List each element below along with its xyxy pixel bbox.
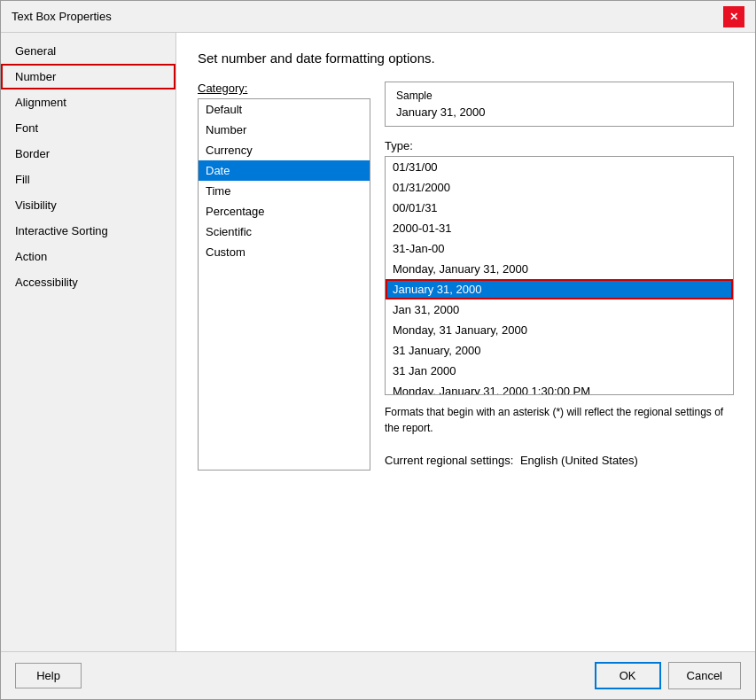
right-panel: Sample January 31, 2000 Type: 01/31/00 0… <box>385 82 734 471</box>
category-item-scientific[interactable]: Scientific <box>199 222 370 242</box>
main-title: Set number and date formatting options. <box>198 51 734 66</box>
sidebar-item-interactive-sorting[interactable]: Interactive Sorting <box>1 218 175 244</box>
type-item-monday-datetime[interactable]: Monday, January 31, 2000 1:30:00 PM <box>386 381 733 394</box>
type-item-monday-long[interactable]: Monday, January 31, 2000 <box>386 259 733 279</box>
category-label: Category: <box>198 82 370 95</box>
dialog-title: Text Box Properties <box>12 10 112 23</box>
sidebar-item-fill[interactable]: Fill <box>1 167 175 192</box>
text-box-properties-dialog: Text Box Properties ✕ General Number Ali… <box>0 0 756 700</box>
category-item-time[interactable]: Time <box>199 181 370 201</box>
category-item-date[interactable]: Date <box>199 160 370 181</box>
type-item-01-31-00[interactable]: 01/31/00 <box>386 157 733 177</box>
regional-value: English (United States) <box>520 454 638 467</box>
type-label: Type: <box>385 139 734 152</box>
sidebar-item-font[interactable]: Font <box>1 115 175 141</box>
footer-right: OK Cancel <box>595 662 741 689</box>
category-item-custom[interactable]: Custom <box>199 242 370 262</box>
type-item-31-january-2000[interactable]: 31 January, 2000 <box>386 340 733 361</box>
dialog-body: General Number Alignment Font Border Fil… <box>1 33 755 651</box>
ok-button[interactable]: OK <box>595 662 661 689</box>
sidebar: General Number Alignment Font Border Fil… <box>1 33 176 651</box>
content-area: Category: Default Number Currency Date T… <box>198 82 734 471</box>
type-item-2000-01-31[interactable]: 2000-01-31 <box>386 218 733 238</box>
type-item-jan-31-2000[interactable]: Jan 31, 2000 <box>386 299 733 320</box>
sidebar-item-action[interactable]: Action <box>1 244 175 269</box>
category-panel: Category: Default Number Currency Date T… <box>198 82 370 471</box>
sample-box: Sample January 31, 2000 <box>385 82 734 127</box>
regional-label: Current regional settings: <box>385 454 513 467</box>
cancel-button[interactable]: Cancel <box>668 662 741 689</box>
sidebar-item-visibility[interactable]: Visibility <box>1 192 175 218</box>
sidebar-item-number[interactable]: Number <box>1 64 175 89</box>
category-item-currency[interactable]: Currency <box>199 140 370 160</box>
type-item-01-31-2000[interactable]: 01/31/2000 <box>386 177 733 198</box>
sidebar-item-border[interactable]: Border <box>1 141 175 167</box>
sidebar-item-alignment[interactable]: Alignment <box>1 89 175 115</box>
regional-settings: Current regional settings: English (Unit… <box>385 454 734 467</box>
type-item-monday-31-january-2000[interactable]: Monday, 31 January, 2000 <box>386 320 733 340</box>
type-list[interactable]: 01/31/00 01/31/2000 00/01/31 2000-01-31 … <box>386 157 733 394</box>
dialog-footer: Help OK Cancel <box>1 651 755 699</box>
main-content: Set number and date formatting options. … <box>176 33 755 651</box>
sample-label: Sample <box>396 89 722 102</box>
sidebar-item-accessibility[interactable]: Accessibility <box>1 269 175 295</box>
help-button[interactable]: Help <box>15 663 82 688</box>
type-list-container: 01/31/00 01/31/2000 00/01/31 2000-01-31 … <box>385 156 734 395</box>
close-button[interactable]: ✕ <box>723 6 744 27</box>
type-item-31-jan-2000[interactable]: 31 Jan 2000 <box>386 361 733 381</box>
title-bar: Text Box Properties ✕ <box>1 1 755 33</box>
sidebar-item-general[interactable]: General <box>1 38 175 64</box>
sample-value: January 31, 2000 <box>396 105 722 119</box>
type-item-january-31-2000[interactable]: January 31, 2000 <box>386 279 733 299</box>
category-item-percentage[interactable]: Percentage <box>199 201 370 222</box>
type-item-00-01-31[interactable]: 00/01/31 <box>386 198 733 218</box>
category-list[interactable]: Default Number Currency Date Time Percen… <box>198 98 370 471</box>
format-note: Formats that begin with an asterisk (*) … <box>385 404 734 436</box>
type-item-31-jan-00[interactable]: 31-Jan-00 <box>386 238 733 259</box>
category-item-number[interactable]: Number <box>199 120 370 140</box>
category-item-default[interactable]: Default <box>199 99 370 120</box>
